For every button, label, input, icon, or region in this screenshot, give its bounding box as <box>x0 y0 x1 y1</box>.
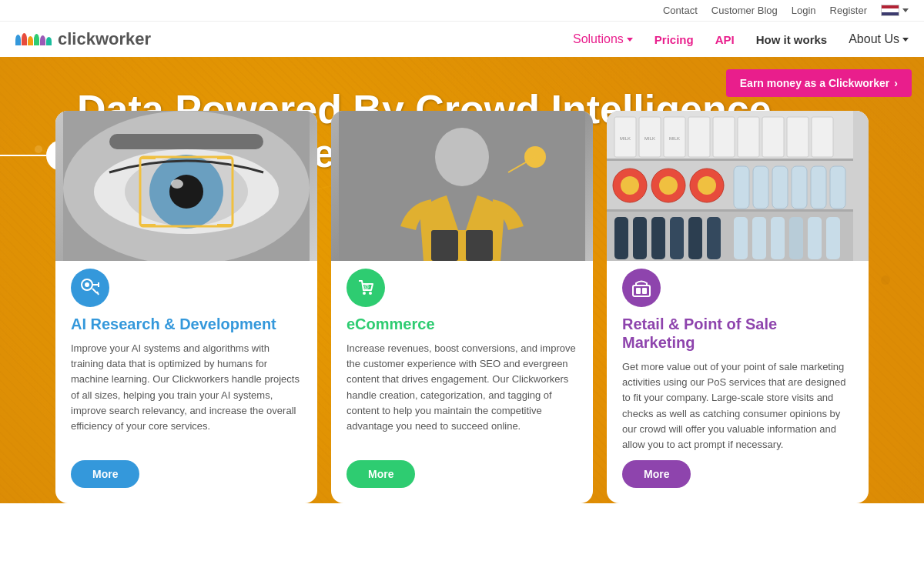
svg-rect-24 <box>217 157 233 159</box>
svg-point-64 <box>698 176 716 195</box>
svg-rect-81 <box>789 217 803 259</box>
svg-rect-68 <box>792 166 807 209</box>
svg-point-21 <box>171 179 183 189</box>
svg-point-34 <box>435 128 489 186</box>
us-flag-icon <box>881 5 899 16</box>
svg-rect-49 <box>713 117 735 157</box>
ecommerce-card-title: eCommerce <box>346 315 578 333</box>
cards-section: AI Research & Development Improve your A… <box>0 111 924 503</box>
solutions-label: Solutions <box>573 32 624 46</box>
api-nav-item[interactable]: API <box>715 33 735 46</box>
ecommerce-card-icon: @ <box>346 269 385 307</box>
retail-card-image: MILK MILK MILK <box>607 111 869 261</box>
svg-rect-58 <box>607 209 853 212</box>
svg-line-32 <box>97 292 99 295</box>
svg-point-39 <box>363 292 366 295</box>
ecommerce-card-body: @ eCommerce Increase revenues, boost con… <box>331 261 593 503</box>
ai-card-body: AI Research & Development Improve your A… <box>55 261 317 503</box>
earn-money-button[interactable]: Earn money as a Clickworker › <box>726 69 912 97</box>
how-it-works-nav-item[interactable]: How it works <box>756 33 828 46</box>
ecommerce-card: @ eCommerce Increase revenues, boost con… <box>331 111 593 503</box>
svg-rect-48 <box>688 117 710 157</box>
retail-card-title: Retail & Point of Sale Marketing <box>622 315 853 352</box>
svg-rect-79 <box>752 217 766 259</box>
svg-point-40 <box>369 292 372 295</box>
svg-rect-50 <box>738 117 759 157</box>
retail-card-description: Get more value out of your point of sale… <box>622 359 853 452</box>
svg-rect-36 <box>466 230 493 261</box>
svg-rect-82 <box>808 217 822 259</box>
earn-money-chevron-icon: › <box>894 77 898 89</box>
svg-rect-25 <box>140 224 156 226</box>
svg-rect-75 <box>670 217 684 259</box>
login-link[interactable]: Login <box>792 5 816 16</box>
logo-text: clickworker <box>58 29 151 49</box>
customer-blog-link[interactable]: Customer Blog <box>711 5 778 16</box>
contact-link[interactable]: Contact <box>663 5 698 16</box>
svg-rect-74 <box>651 217 665 259</box>
svg-rect-85 <box>636 288 641 294</box>
retail-card-body: Retail & Point of Sale Marketing Get mor… <box>607 261 869 503</box>
svg-rect-52 <box>787 117 808 157</box>
svg-rect-51 <box>762 117 784 157</box>
retail-card: MILK MILK MILK <box>607 111 869 503</box>
about-us-label: About Us <box>849 32 899 46</box>
person-image-svg <box>339 111 585 261</box>
about-us-dropdown-arrow <box>902 38 909 42</box>
retail-more-button[interactable]: More <box>622 460 691 488</box>
ai-card: AI Research & Development Improve your A… <box>55 111 317 503</box>
svg-rect-73 <box>633 217 647 259</box>
svg-rect-66 <box>753 166 768 209</box>
ecommerce-card-image <box>331 111 593 261</box>
logo-icon <box>15 33 52 45</box>
ai-card-title: AI Research & Development <box>71 315 302 333</box>
language-selector[interactable] <box>881 5 909 16</box>
retail-card-icon <box>622 269 661 307</box>
svg-rect-65 <box>734 166 749 209</box>
svg-text:@: @ <box>363 283 370 290</box>
svg-rect-26 <box>217 224 233 226</box>
svg-point-60 <box>621 176 639 195</box>
svg-rect-16 <box>109 134 263 149</box>
svg-rect-72 <box>614 217 628 259</box>
language-dropdown-arrow <box>902 8 909 12</box>
main-navigation: Solutions Pricing API How it works About… <box>573 32 909 46</box>
svg-line-31 <box>92 289 97 293</box>
earn-money-label: Earn money as a Clickworker <box>740 77 890 89</box>
hero-section: Earn money as a Clickworker › Data Power… <box>0 57 924 503</box>
ai-card-description: Improve your AI systems and algorithms w… <box>71 341 302 452</box>
svg-rect-35 <box>431 230 458 261</box>
svg-rect-69 <box>811 166 826 209</box>
svg-rect-86 <box>642 288 647 294</box>
svg-rect-77 <box>707 217 721 259</box>
svg-rect-23 <box>140 157 156 159</box>
svg-rect-83 <box>826 217 840 259</box>
about-us-nav-item[interactable]: About Us <box>849 32 909 46</box>
svg-rect-80 <box>771 217 785 259</box>
svg-rect-78 <box>734 217 748 259</box>
svg-text:MILK: MILK <box>669 136 680 141</box>
logo[interactable]: clickworker <box>15 29 151 49</box>
ai-more-button[interactable]: More <box>71 460 139 488</box>
svg-rect-67 <box>772 166 788 209</box>
svg-text:MILK: MILK <box>644 136 655 141</box>
svg-point-28 <box>85 282 89 287</box>
ai-card-icon <box>71 269 109 307</box>
ecommerce-card-description: Increase revenues, boost conversions, an… <box>346 341 578 452</box>
eye-image-svg <box>63 111 310 261</box>
svg-rect-76 <box>688 217 702 259</box>
svg-rect-53 <box>812 117 833 157</box>
solutions-nav-item[interactable]: Solutions <box>573 32 633 46</box>
shelf-image-svg: MILK MILK MILK <box>607 111 853 261</box>
svg-rect-44 <box>607 159 853 161</box>
svg-rect-84 <box>633 286 650 296</box>
pricing-nav-item[interactable]: Pricing <box>654 33 694 46</box>
ecommerce-more-button[interactable]: More <box>346 460 415 488</box>
svg-point-62 <box>659 176 678 195</box>
svg-text:MILK: MILK <box>620 136 631 141</box>
ai-card-image <box>55 111 317 261</box>
register-link[interactable]: Register <box>830 5 867 16</box>
solutions-dropdown-arrow <box>627 38 633 42</box>
svg-rect-70 <box>830 166 845 209</box>
